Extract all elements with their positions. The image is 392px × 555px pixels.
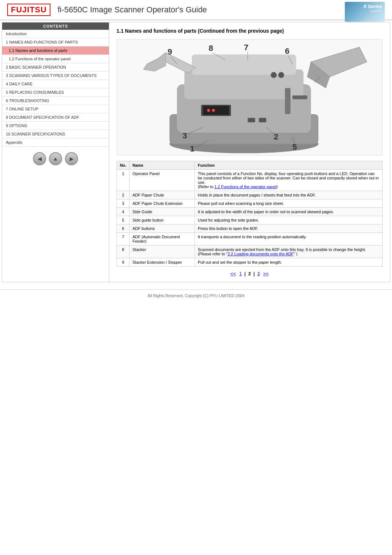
svg-text:2: 2 — [274, 132, 278, 141]
table-cell-function: It transports a document to the reading … — [195, 233, 383, 246]
table-cell-function: Used for adjusting the side guides. — [195, 216, 383, 224]
pagination-page-2: 2 — [248, 271, 251, 276]
sidebar-item-appendix[interactable]: Appendix — [2, 138, 109, 147]
pagination-separator: | — [253, 271, 254, 276]
table-row: 5 Side guide button Used for adjusting t… — [117, 216, 383, 224]
content-area: 1.1 Names and functions of parts (Contin… — [109, 23, 390, 282]
svg-text:8: 8 — [209, 44, 213, 53]
table-header-name: Name — [130, 161, 195, 170]
table-cell-function: Press this button to open the ADF. — [195, 224, 383, 233]
svg-point-18 — [212, 109, 215, 112]
sidebar-item-ch1-2[interactable]: 1.2 Functions of the operator panel — [2, 55, 109, 63]
table-row: 9 Stacker Extension / Stopper Pull out a… — [117, 258, 383, 267]
main-layout: CONTENTS Introduction 1 NAMES AND FUNCTI… — [2, 22, 390, 282]
svg-text:6: 6 — [285, 46, 290, 56]
table-header-function: Function — [195, 161, 383, 170]
sidebar: CONTENTS Introduction 1 NAMES AND FUNCTI… — [2, 23, 109, 282]
nav-up-button[interactable]: ▲ — [49, 152, 62, 165]
fujitsu-logo-text: FUJITSU — [11, 5, 47, 14]
table-cell-function: This panel consists of a Function No. di… — [195, 170, 383, 191]
pagination-current: | — [244, 271, 245, 276]
table-cell-name: ADF buttons — [130, 224, 195, 233]
svg-rect-10 — [192, 54, 296, 75]
svg-rect-16 — [203, 106, 229, 115]
fi-series-sub: Scanner — [369, 9, 382, 13]
table-cell-no: 3 — [117, 199, 130, 208]
table-row: 8 Stacker Scanned documents are ejected … — [117, 246, 383, 258]
fujitsu-logo: FUJITSU — [7, 4, 50, 16]
svg-text:3: 3 — [183, 131, 187, 140]
svg-text:7: 7 — [244, 43, 249, 52]
table-cell-function: Scanned documents are ejected from the A… — [195, 246, 383, 258]
table-cell-function: Holds in place the document pages / shee… — [195, 191, 383, 199]
stacker-link[interactable]: 2.2 Loading documents onto the ADF — [228, 252, 294, 256]
table-cell-name: Side Guide — [130, 208, 195, 216]
sidebar-item-ch1[interactable]: 1 NAMES AND FUNCTIONS OF PARTS — [2, 38, 109, 46]
sidebar-item-ch4[interactable]: 4 DAILY CARE — [2, 80, 109, 88]
table-cell-no: 6 — [117, 224, 130, 233]
sidebar-item-ch1-1[interactable]: 1.1 Names and functions of parts — [2, 46, 109, 55]
page-footer: All Rights Reserved, Copyright (C) PFU L… — [0, 289, 392, 301]
sidebar-contents-header: CONTENTS — [2, 23, 109, 30]
section-title: 1.1 Names and functions of parts (Contin… — [117, 28, 383, 34]
table-row: 1 Operator Panel This panel consists of … — [117, 170, 383, 191]
table-row: 7 ADF (Automatic Document Feeder) It tra… — [117, 233, 383, 246]
page-header: FUJITSU fi-5650C Image Scanner Operator'… — [0, 0, 392, 20]
pagination-next[interactable]: >> — [263, 271, 269, 276]
table-cell-no: 4 — [117, 208, 130, 216]
table-cell-name: ADF Paper Chute — [130, 191, 195, 199]
table-cell-name: ADF (Automatic Document Feeder) — [130, 233, 195, 246]
sidebar-item-introduction[interactable]: Introduction — [2, 30, 109, 38]
svg-point-17 — [207, 109, 210, 112]
table-cell-function: Pull out and set the stopper to the pape… — [195, 258, 383, 267]
scanner-image-area: 9 8 7 6 4 — [117, 39, 383, 155]
table-row: 2 ADF Paper Chute Holds in place the doc… — [117, 191, 383, 199]
fujitsu-brand: FUJITSU — [7, 4, 50, 16]
sidebar-item-ch5[interactable]: 5 REPLACING CONSUMABLES — [2, 88, 109, 97]
table-header-no: No. — [117, 161, 130, 170]
pagination: << 1 | 2 | 3 >> — [117, 271, 383, 276]
table-cell-no: 7 — [117, 233, 130, 246]
table-cell-function: It is adjusted to the width of the paper… — [195, 208, 383, 216]
fi-series-badge: fi Series Scanner — [345, 2, 385, 22]
table-cell-name: Side guide button — [130, 216, 195, 224]
table-cell-no: 2 — [117, 191, 130, 199]
pagination-prev[interactable]: << — [230, 271, 236, 276]
sidebar-item-ch9[interactable]: 9 OPTIONS — [2, 122, 109, 130]
svg-rect-23 — [248, 118, 255, 122]
svg-point-21 — [271, 72, 277, 78]
nav-forward-button[interactable]: ▶ — [65, 152, 78, 165]
table-cell-no: 9 — [117, 258, 130, 267]
table-cell-no: 1 — [117, 170, 130, 191]
fi-series-label: fi Series — [363, 4, 382, 9]
sidebar-item-ch3[interactable]: 3 SCANNING VARIOUS TYPES OF DOCUMENTS — [2, 72, 109, 80]
table-cell-name: ADF Paper Chute Extension — [130, 199, 195, 208]
svg-rect-19 — [285, 88, 290, 114]
table-cell-name: Stacker — [130, 246, 195, 258]
pagination-page-3[interactable]: 3 — [257, 271, 260, 276]
table-cell-name: Operator Panel — [130, 170, 195, 191]
copyright-text: All Rights Reserved, Copyright (C) PFU L… — [147, 293, 244, 298]
table-row: 3 ADF Paper Chute Extension Please pull … — [117, 199, 383, 208]
scanner-illustration: 9 8 7 6 4 — [117, 40, 382, 155]
sidebar-nav: ◀ ▲ ▶ — [2, 147, 109, 171]
sidebar-item-ch6[interactable]: 6 TROUBLESHOOTING — [2, 97, 109, 105]
sidebar-item-ch10[interactable]: 10 SCANNER SPECIFICATIONS — [2, 130, 109, 138]
table-cell-function: Please pull out when scanning a long siz… — [195, 199, 383, 208]
parts-table: No. Name Function 1 Operator Panel This … — [117, 161, 383, 267]
svg-rect-20 — [292, 96, 307, 99]
table-row: 6 ADF buttons Press this button to open … — [117, 224, 383, 233]
svg-text:1: 1 — [190, 144, 195, 153]
sidebar-item-ch7[interactable]: 7 ONLINE SETUP — [2, 105, 109, 113]
svg-point-22 — [278, 72, 284, 78]
table-cell-no: 8 — [117, 246, 130, 258]
table-cell-name: Stacker Extension / Stopper — [130, 258, 195, 267]
sidebar-item-ch2[interactable]: 2 BASIC SCANNER OPERATION — [2, 63, 109, 72]
pagination-page-1[interactable]: 1 — [239, 271, 242, 276]
page-title: fi-5650C Image Scanner Operator's Guide — [58, 5, 385, 15]
nav-back-button[interactable]: ◀ — [33, 152, 46, 165]
table-row: 4 Side Guide It is adjusted to the width… — [117, 208, 383, 216]
sidebar-item-ch8[interactable]: 8 DOCUMENT SPECIFICATION OF ADF — [2, 113, 109, 122]
svg-rect-24 — [259, 118, 266, 122]
operator-panel-link[interactable]: 1.2 Functions of the operator panel — [215, 185, 277, 189]
